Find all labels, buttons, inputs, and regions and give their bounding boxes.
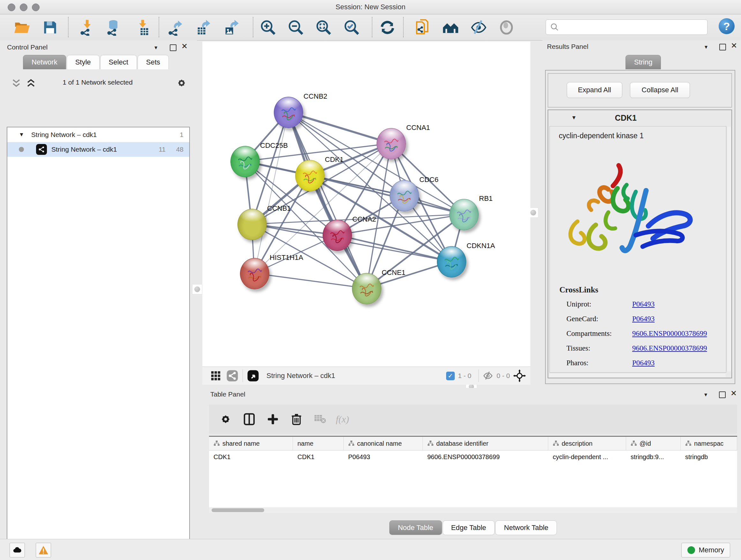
open-session-button[interactable] (13, 18, 31, 37)
show-panel-button[interactable] (497, 18, 516, 37)
column-header-namespac[interactable]: namespac (681, 437, 737, 450)
column-header-shared-name[interactable]: shared name (209, 437, 293, 450)
table-cell[interactable]: stringdb (681, 450, 737, 463)
tab-string[interactable]: String (625, 55, 661, 69)
table-panel-close-icon[interactable]: ✕ (731, 389, 737, 398)
network-node-CDC6[interactable] (390, 180, 419, 211)
zoom-selected-button[interactable] (342, 18, 361, 37)
column-header-description[interactable]: description (548, 437, 626, 450)
network-node-CCNA2[interactable] (323, 220, 352, 251)
network-node-CCNB1[interactable] (238, 209, 267, 240)
results-panel-float-icon[interactable] (719, 44, 726, 51)
results-panel-collapse-icon[interactable]: ▾ (704, 44, 708, 51)
tree-expand-icon[interactable]: ▼ (19, 132, 24, 138)
share-documents-button[interactable] (413, 18, 431, 37)
crosslink-value-link[interactable]: 9606.ENSP00000378699 (632, 329, 707, 338)
gene-collapse-icon[interactable]: ▼ (571, 115, 577, 121)
hide-panel-button[interactable] (469, 18, 488, 37)
import-table-button[interactable] (133, 18, 152, 37)
help-button[interactable]: ? (719, 18, 735, 34)
network-node-CCNE1[interactable] (352, 273, 381, 304)
cloud-button[interactable] (10, 543, 25, 557)
hidden-items-eye-slash-icon[interactable] (482, 370, 493, 381)
network-node-CCNB2[interactable] (274, 97, 303, 128)
tab-select[interactable]: Select (100, 55, 137, 69)
crosslink-value-link[interactable]: P06493 (632, 359, 655, 367)
table-cell[interactable]: stringdb:9... (626, 450, 681, 463)
column-header--id[interactable]: @id (626, 437, 681, 450)
home-button[interactable] (441, 18, 460, 37)
network-collection-row[interactable]: ▼ String Network – cdk1 1 (7, 127, 189, 142)
control-panel-collapse-icon[interactable]: ▾ (154, 44, 157, 51)
string-view-icon[interactable] (226, 369, 239, 382)
network-options-gear-icon[interactable] (176, 77, 187, 89)
table-cell[interactable]: cyclin-dependent ... (548, 450, 626, 463)
zoom-fit-button[interactable] (314, 18, 333, 37)
tab-edge-table[interactable]: Edge Table (443, 520, 495, 535)
crosslink-value-link[interactable]: P06493 (632, 300, 655, 308)
table-panel-float-icon[interactable] (719, 391, 726, 398)
results-panel-close-icon[interactable]: ✕ (731, 41, 737, 50)
column-header-canonical-name[interactable]: canonical name (344, 437, 423, 450)
table-horizontal-scrollbar[interactable] (209, 507, 737, 513)
table-scrollbar-thumb[interactable] (212, 508, 264, 512)
column-header-name[interactable]: name (293, 437, 344, 450)
show-columns-icon[interactable] (240, 410, 258, 428)
zoom-in-button[interactable] (259, 18, 277, 37)
network-canvas[interactable]: CCNB2CCNA1CDC25BCDK1CDC6RB1CCNB1CCNA2CDK… (202, 42, 530, 367)
birds-eye-grid-icon[interactable] (209, 369, 222, 382)
table-row[interactable]: CDK1CDK1P064939606.ENSP00000378699cyclin… (209, 450, 737, 463)
refresh-button[interactable] (378, 18, 397, 37)
tab-sets[interactable]: Sets (138, 55, 169, 69)
network-node-CDC25B[interactable] (230, 146, 260, 177)
vertical-splitter-grip[interactable] (192, 284, 202, 294)
edge-CCNB2-HIST1H1A[interactable] (254, 112, 288, 273)
delete-column-trash-icon[interactable] (287, 410, 306, 428)
gene-card-header[interactable]: ▼ CDK1 (548, 110, 731, 125)
selected-nodes-checkbox[interactable]: ✓ (446, 372, 455, 380)
crosslink-value-link[interactable]: P06493 (632, 315, 655, 323)
edge-CCNA2-CDKN1A[interactable] (337, 235, 451, 261)
network-node-RB1[interactable] (449, 199, 479, 230)
save-session-button[interactable] (41, 18, 59, 37)
pan-crosshair-icon[interactable] (513, 369, 526, 382)
tab-node-table[interactable]: Node Table (389, 520, 442, 535)
table-options-gear-icon[interactable] (217, 410, 234, 428)
table-cell[interactable]: CDK1 (293, 450, 344, 463)
collapse-all-button[interactable]: Collapse All (630, 82, 690, 98)
import-network-button[interactable] (77, 18, 96, 37)
network-row-selected[interactable]: String Network – cdk1 11 48 (7, 142, 189, 157)
edge-CCNB2-CCNA1[interactable] (288, 112, 391, 143)
control-panel-float-icon[interactable] (170, 44, 177, 51)
tab-network-table[interactable]: Network Table (495, 520, 557, 535)
export-network-button[interactable] (166, 18, 185, 37)
tab-network[interactable]: Network (23, 55, 66, 69)
import-database-button[interactable] (104, 18, 123, 37)
table-cell[interactable]: P06493 (344, 450, 423, 463)
export-image-button[interactable] (222, 18, 240, 37)
control-panel-close-icon[interactable]: ✕ (181, 42, 188, 51)
zoom-out-button[interactable] (286, 18, 305, 37)
search-input[interactable] (562, 23, 707, 31)
edge-CDK1-RB1[interactable] (310, 175, 464, 214)
crosslink-value-link[interactable]: 9606.ENSP00000378699 (632, 344, 707, 353)
warnings-button[interactable] (36, 543, 51, 557)
table-panel-collapse-icon[interactable]: ▾ (704, 391, 707, 398)
add-column-icon[interactable] (264, 410, 282, 428)
tab-style[interactable]: Style (67, 55, 99, 69)
network-node-CDKN1A[interactable] (437, 246, 466, 277)
network-node-CCNA1[interactable] (377, 128, 406, 159)
results-horizontal-scrollbar[interactable] (549, 373, 726, 377)
export-table-button[interactable] (194, 18, 212, 37)
column-header-database-identifier[interactable]: database identifier (423, 437, 548, 450)
results-vertical-scrollbar[interactable] (727, 127, 731, 371)
table-cell[interactable]: 9606.ENSP00000378699 (423, 450, 548, 463)
network-node-CDK1[interactable] (295, 160, 325, 191)
edge-HIST1H1A-CCNE1[interactable] (254, 273, 366, 288)
open-in-new-window-icon[interactable] (247, 369, 259, 382)
expand-all-button[interactable]: Expand All (567, 82, 622, 98)
network-node-HIST1H1A[interactable] (240, 258, 269, 289)
edge-CCNB2-CCNE1[interactable] (288, 112, 366, 288)
table-cell[interactable]: CDK1 (209, 450, 293, 463)
memory-button[interactable]: Memory (681, 543, 730, 557)
